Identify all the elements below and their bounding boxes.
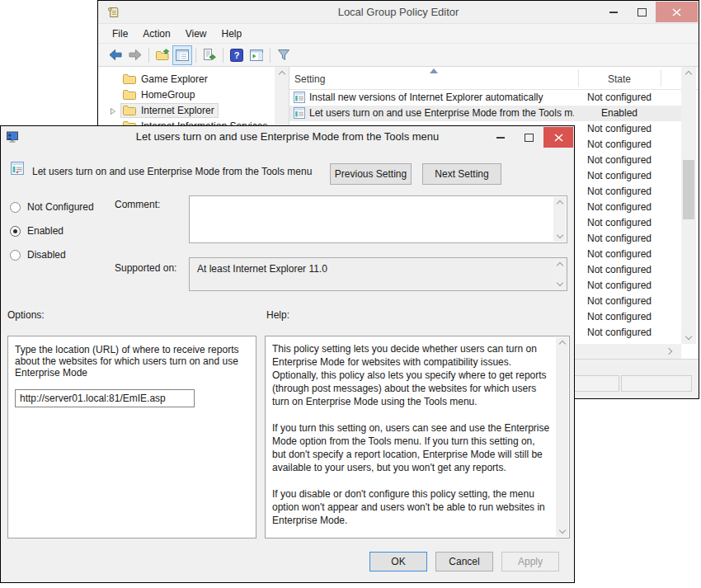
menubar: File Action View Help — [98, 24, 699, 44]
menu-help[interactable]: Help — [214, 24, 250, 43]
comment-label: Comment: — [115, 199, 160, 210]
toolbar-separator — [270, 48, 271, 63]
setting-state: Not configured — [578, 217, 661, 228]
list-vertical-scrollbar[interactable] — [681, 67, 696, 344]
back-icon — [108, 49, 123, 61]
menu-view[interactable]: View — [178, 24, 214, 43]
tree-item-label: Internet Explorer — [141, 105, 214, 116]
apply-button: Apply — [501, 552, 559, 572]
up-folder-button[interactable] — [153, 45, 172, 65]
forward-icon — [128, 49, 143, 61]
setting-state: Not configured — [578, 295, 661, 307]
tree-item-label: Game Explorer — [141, 73, 208, 85]
radio-disabled[interactable]: Disabled — [10, 248, 66, 261]
next-setting-button[interactable]: Next Setting — [422, 163, 501, 185]
setting-state: Not configured — [578, 248, 661, 260]
setting-state: Not configured — [578, 327, 661, 338]
tree-item-game-explorer[interactable]: Game Explorer — [98, 71, 289, 87]
radio-enabled[interactable]: Enabled — [10, 224, 64, 238]
chevron-up-icon — [558, 341, 565, 347]
column-header-setting[interactable]: Setting — [294, 73, 325, 85]
comment-textarea[interactable] — [189, 195, 567, 243]
setting-state: Not configured — [578, 280, 661, 291]
window-controls — [600, 2, 698, 22]
dialog-titlebar: Let users turn on and use Enterprise Mod… — [1, 126, 574, 148]
chevron-up-icon — [685, 71, 692, 78]
setting-name: Let users turn on and use Enterprise Mod… — [309, 107, 574, 119]
dialog-close-button[interactable] — [543, 127, 573, 148]
policy-name: Let users turn on and use Enterprise Mod… — [32, 166, 312, 177]
radio-label: Disabled — [27, 249, 66, 261]
radio-label: Enabled — [27, 225, 64, 237]
chevron-down-icon — [685, 333, 692, 340]
tree-item-internet-explorer[interactable]: Internet Explorer — [98, 102, 289, 118]
column-divider[interactable] — [661, 69, 661, 87]
dialog-maximize-button[interactable] — [514, 127, 543, 148]
back-button[interactable] — [106, 45, 125, 65]
maximize-button[interactable] — [628, 2, 656, 22]
forward-button[interactable] — [125, 45, 145, 65]
export-list-button[interactable] — [200, 45, 219, 65]
policy-dialog: Let users turn on and use Enterprise Mod… — [0, 125, 575, 583]
filter-button[interactable] — [274, 45, 294, 65]
dialog-minimize-button[interactable] — [487, 127, 514, 148]
radio-label: Not Configured — [27, 201, 94, 213]
menu-file[interactable]: File — [105, 24, 135, 43]
comment-scrollbar[interactable] — [553, 197, 566, 242]
action-pane-toggle-button[interactable] — [247, 45, 266, 65]
chevron-up-icon — [278, 71, 285, 78]
minimize-button[interactable] — [600, 2, 628, 22]
setting-state: Not configured — [578, 154, 661, 166]
help-button[interactable]: ? — [227, 45, 247, 65]
options-description: Type the location (URL) of where to rece… — [15, 344, 238, 379]
tree-item-homegroup[interactable]: HomeGroup — [98, 87, 289, 102]
chevron-right-icon — [666, 348, 672, 355]
folder-icon — [123, 105, 136, 115]
gpedit-titlebar: Local Group Policy Editor — [98, 1, 699, 24]
policy-setting-icon — [11, 162, 24, 177]
setting-state: Not configured — [578, 170, 661, 181]
svg-text:?: ? — [234, 50, 240, 60]
options-panel: Type the location (URL) of where to rece… — [7, 336, 256, 539]
setting-state: Not configured — [578, 139, 661, 150]
setting-state: Not configured — [578, 186, 661, 197]
maximize-icon — [525, 134, 534, 142]
maximize-icon — [637, 8, 647, 16]
list-header: Setting State — [289, 67, 699, 90]
ok-button[interactable]: OK — [369, 552, 427, 572]
toolbar-separator — [148, 48, 149, 63]
previous-setting-button[interactable]: Previous Setting — [330, 163, 412, 185]
console-tree-toggle-button[interactable] — [172, 45, 192, 65]
minimize-icon — [496, 137, 505, 139]
setting-state: Not configured — [578, 92, 661, 103]
toolbar-separator — [195, 48, 196, 63]
help-label: Help: — [266, 309, 289, 321]
minimize-icon — [609, 12, 618, 13]
expander-icon[interactable] — [110, 106, 116, 118]
chevron-down-icon — [556, 232, 562, 238]
scrollbar-thumb[interactable] — [683, 160, 694, 219]
policy-row[interactable]: Install new versions of Internet Explore… — [289, 90, 681, 106]
radio-icon — [10, 202, 21, 213]
cancel-button[interactable]: Cancel — [435, 552, 493, 572]
close-button[interactable] — [656, 2, 698, 22]
supported-on-value-box: At least Internet Explorer 11.0 — [189, 257, 567, 291]
toolbar-separator — [223, 48, 223, 63]
help-scrollbar[interactable] — [556, 337, 568, 537]
setting-state: Not configured — [578, 233, 661, 244]
action-pane-icon — [250, 49, 263, 61]
statusbar-cell — [621, 375, 692, 392]
close-icon — [672, 8, 681, 16]
report-url-input[interactable] — [15, 389, 195, 407]
radio-not-configured[interactable]: Not Configured — [10, 200, 94, 214]
column-header-state[interactable]: State — [578, 73, 661, 85]
supported-scrollbar[interactable] — [553, 259, 566, 289]
policy-setting-icon — [294, 107, 305, 121]
filter-icon — [277, 49, 290, 61]
up-folder-icon — [156, 49, 170, 61]
policy-row-selected[interactable]: Let users turn on and use Enterprise Mod… — [289, 106, 681, 121]
close-icon — [554, 134, 563, 142]
setting-state: Not configured — [578, 123, 661, 134]
menu-action[interactable]: Action — [135, 24, 177, 43]
setting-state: Enabled — [578, 107, 661, 119]
